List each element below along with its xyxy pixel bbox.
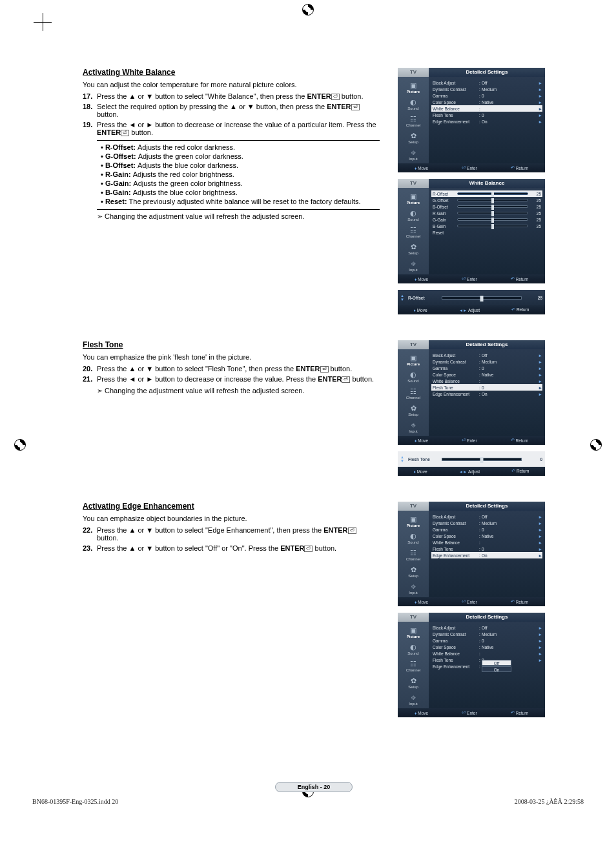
osd-sidebar-item[interactable]: ☷ Channel — [398, 547, 429, 564]
osd-menu-row[interactable]: White Balance : ► — [431, 105, 542, 112]
osd-slider-bar[interactable] — [457, 205, 528, 208]
step-body: Press the ▲ or ▼ button to select "Off" … — [97, 544, 380, 552]
enter-icon: ⏎ — [342, 376, 350, 383]
osd-menu-row[interactable]: Flesh Tone : 0 ► — [431, 384, 542, 391]
wb-text-column: Activating White Balance You can adjust … — [83, 68, 380, 321]
osd-menu-row[interactable]: Edge Enhancement : On ► — [431, 118, 542, 125]
osd-sidebar-item[interactable]: ⎆ Input — [398, 258, 429, 274]
osd-slider-thumb — [491, 198, 494, 203]
osd-row-label: Dynamic Contrast — [431, 632, 478, 637]
step-item: 18.Select the required option by pressin… — [83, 103, 380, 118]
osd-sidebar-item[interactable]: ✿ Setup — [398, 130, 429, 147]
osd-sidebar-item[interactable]: ▣ Picture — [398, 513, 429, 530]
step-item: 23.Press the ▲ or ▼ button to select "Of… — [83, 544, 380, 552]
osd-header: TV Detailed Settings — [398, 502, 545, 511]
osd-menu-row[interactable]: Dynamic Contrast : Medium ► — [431, 358, 542, 365]
section-edge-enhancement: Activating Edge Enhancement You can emph… — [83, 502, 545, 724]
osd-row-value: Native — [482, 645, 536, 650]
osd-sidebar-item[interactable]: ✿ Setup — [398, 675, 429, 691]
osd-footer: ♦Move ⏎Enter ↶Return — [398, 708, 545, 717]
osd-sidebar-item[interactable]: ✿ Setup — [398, 241, 429, 258]
osd-sidebar-icon: ✿ — [398, 677, 429, 684]
osd-menu-row[interactable]: Dynamic Contrast : Medium ► — [431, 86, 542, 92]
osd-menu-row[interactable]: White Balance : ► — [431, 650, 542, 657]
osd-slider-bar[interactable] — [457, 212, 528, 214]
osd-row-label: R-Offset — [431, 192, 457, 196]
osd-sidebar-item[interactable]: ◐ Sound — [398, 530, 429, 547]
osd-menu-row[interactable]: White Balance : ► — [431, 378, 542, 384]
osd-menu-row[interactable]: Color Space : Native ► — [431, 371, 542, 378]
osd-sidebar: ▣ Picture ◐ Sound ☷ Channel ✿ Setup ⎆ In… — [398, 188, 429, 274]
osd-footer-move: ♦Move — [415, 600, 428, 604]
osd-sidebar-item[interactable]: ◐ Sound — [398, 369, 429, 385]
osd-row-value: 25 — [528, 224, 542, 229]
osd-sidebar-item[interactable]: ☷ Channel — [398, 385, 429, 402]
osd-row-label: Black Adjust — [431, 626, 478, 630]
osd-sidebar-item[interactable]: ◐ Sound — [398, 207, 429, 224]
osd-sidebar-item[interactable]: ⎆ Input — [398, 147, 429, 163]
osd-menu-row[interactable]: Flesh Tone : 0 ► — [431, 546, 542, 552]
osd-slider-row[interactable]: Reset — [431, 229, 542, 236]
osd-menu-row[interactable]: Gamma : 0 ► — [431, 92, 542, 99]
osd-menu-row[interactable]: Gamma : 0 ► — [431, 365, 542, 371]
osd-row-label: Flesh Tone — [431, 385, 478, 390]
osd-sidebar-item[interactable]: ☷ Channel — [398, 113, 429, 130]
osd-slider-row[interactable]: R-Gain 25 — [431, 210, 542, 216]
osd-dropdown[interactable]: OffOn — [482, 660, 536, 673]
osd-menu-row[interactable]: Color Space : Native ► — [431, 644, 542, 650]
osd-menu-row[interactable]: Edge Enhancement : On ► — [431, 391, 542, 397]
osd-menu-row[interactable]: Dynamic Contrast : Medium ► — [431, 631, 542, 637]
osd-sidebar-item[interactable]: ◐ Sound — [398, 641, 429, 658]
adjust-bar[interactable] — [442, 296, 522, 300]
osd-sidebar-item[interactable]: ⎆ Input — [398, 580, 429, 597]
osd-sidebar-item[interactable]: ▣ Picture — [398, 624, 429, 641]
osd-slider-row[interactable]: B-Offset 25 — [431, 203, 542, 210]
osd-menu-row[interactable]: Gamma : 0 ► — [431, 637, 542, 644]
osd-sidebar-item[interactable]: ☷ Channel — [398, 224, 429, 241]
chevron-right-icon: ► — [536, 392, 542, 396]
osd-menu-row[interactable]: Dynamic Contrast : Medium ► — [431, 520, 542, 526]
adjust-bar[interactable] — [442, 458, 522, 461]
osd-dropdown-option[interactable]: Off — [482, 660, 511, 666]
osd-sidebar-item[interactable]: ☷ Channel — [398, 658, 429, 675]
osd-footer-move: ♦ Move — [414, 469, 427, 474]
osd-slider-bar[interactable] — [457, 225, 528, 227]
osd-sidebar-item[interactable]: ✿ Setup — [398, 564, 429, 580]
osd-slider-row[interactable]: R-Offset 25 — [431, 190, 542, 197]
osd-sidebar-item[interactable]: ◐ Sound — [398, 96, 429, 113]
osd-row-label: B-Offset — [431, 205, 457, 209]
osd-sidebar-label: Picture — [407, 524, 420, 527]
osd-content: Black Adjust : Off ► Dynamic Contrast : … — [429, 349, 545, 436]
osd-sidebar-item[interactable]: ▣ Picture — [398, 190, 429, 207]
osd-dropdown-option[interactable]: On — [482, 666, 511, 672]
osd-slider-row[interactable]: G-Gain 25 — [431, 216, 542, 223]
osd-sidebar-item[interactable]: ⎆ Input — [398, 419, 429, 436]
step-number: 22. — [83, 526, 97, 542]
osd-footer-adjust: ◄► Adjust — [459, 469, 480, 474]
osd-sidebar-item[interactable]: ✿ Setup — [398, 402, 429, 419]
osd-menu-row[interactable]: Color Space : Native ► — [431, 99, 542, 105]
osd-menu-row[interactable]: Edge Enhancement : On ► — [431, 552, 542, 558]
osd-sidebar-label: Sound — [407, 218, 418, 221]
osd-menu-row[interactable]: Gamma : 0 ► — [431, 526, 542, 533]
osd-slider-bar[interactable] — [457, 199, 528, 201]
osd-sidebar-item[interactable]: ⎆ Input — [398, 691, 429, 708]
osd-menu-row[interactable]: Black Adjust : Off ► — [431, 352, 542, 358]
osd-menu-row[interactable]: White Balance : ► — [431, 539, 542, 546]
osd-row-label: G-Gain — [431, 218, 457, 222]
osd-sidebar-icon: ☷ — [398, 116, 429, 123]
osd-sidebar-label: Sound — [407, 540, 418, 544]
osd-menu-row[interactable]: Edge Enhancement : OffOn — [431, 663, 542, 670]
osd-slider-row[interactable]: G-Offset 25 — [431, 197, 542, 203]
osd-menu-row[interactable]: Color Space : Native ► — [431, 533, 542, 539]
osd-menu-row[interactable]: Black Adjust : Off ► — [431, 79, 542, 86]
osd-slider-bar[interactable] — [457, 218, 528, 221]
osd-slider-bar[interactable] — [457, 192, 528, 195]
osd-menu-row[interactable]: Flesh Tone : 0 ► — [431, 112, 542, 118]
osd-menu-row[interactable]: Black Adjust : Off ► — [431, 624, 542, 631]
definition-item: Reset: The previously adjusted white bal… — [101, 198, 376, 205]
osd-sidebar-item[interactable]: ▣ Picture — [398, 352, 429, 369]
osd-menu-row[interactable]: Black Adjust : Off ► — [431, 513, 542, 520]
osd-slider-row[interactable]: B-Gain 25 — [431, 223, 542, 229]
osd-sidebar-item[interactable]: ▣ Picture — [398, 79, 429, 96]
